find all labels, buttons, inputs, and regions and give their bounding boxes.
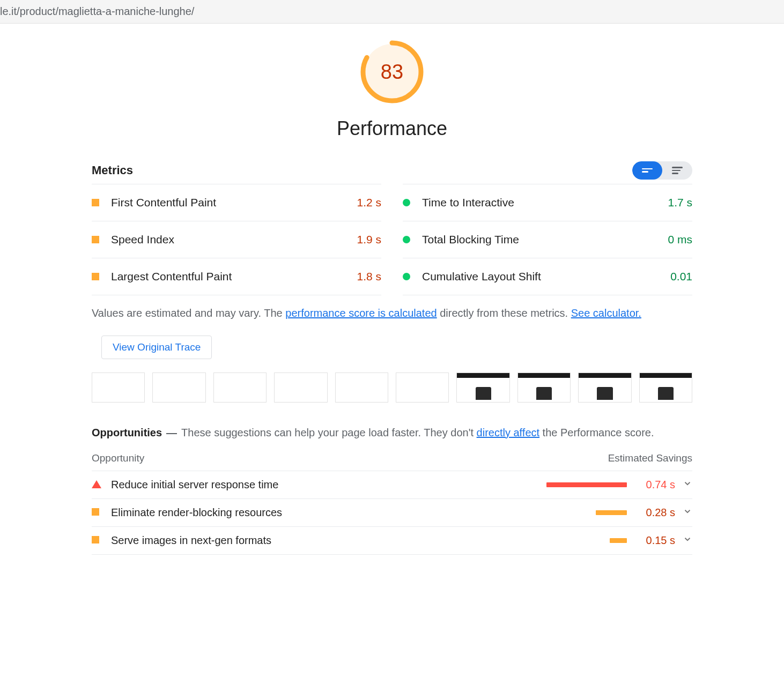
performance-score: 83 (360, 40, 424, 104)
metric-row[interactable]: Largest Contentful Paint1.8 s (92, 258, 381, 295)
savings-col-header: Estimated Savings (608, 452, 692, 464)
opportunity-row[interactable]: Serve images in next-gen formats0.15 s (92, 526, 692, 555)
opportunity-name: Serve images in next-gen formats (111, 534, 487, 547)
metric-name: Cumulative Layout Shift (422, 270, 670, 283)
filmstrip-frame[interactable] (456, 373, 509, 403)
filmstrip-frame[interactable] (213, 373, 267, 403)
filmstrip-frame[interactable] (639, 373, 692, 403)
score-calc-link[interactable]: performance score is calculated (285, 307, 437, 319)
metric-name: First Contentful Paint (111, 196, 357, 209)
view-expanded-button[interactable] (662, 161, 692, 180)
square-icon (92, 536, 100, 545)
opportunities-heading: Opportunities—These suggestions can help… (92, 427, 692, 439)
metric-name: Largest Contentful Paint (111, 270, 357, 283)
metric-value: 1.7 s (668, 196, 692, 209)
estimate-note: Values are estimated and may vary. The p… (92, 307, 692, 319)
url-bar: le.it/product/maglietta-a-maniche-lunghe… (0, 0, 784, 24)
filmstrip-frame[interactable] (335, 373, 388, 403)
metric-value: 1.9 s (357, 233, 381, 246)
calculator-link[interactable]: See calculator. (571, 307, 641, 319)
view-compact-button[interactable] (632, 161, 662, 180)
filmstrip-frame[interactable] (517, 373, 571, 403)
opportunity-name: Eliminate render-blocking resources (111, 507, 487, 519)
filmstrip-frame[interactable] (274, 373, 327, 403)
filmstrip-frame[interactable] (92, 373, 145, 403)
chevron-down-icon[interactable] (683, 534, 692, 546)
opportunity-row[interactable]: Reduce initial server response time0.74 … (92, 471, 692, 498)
chevron-down-icon[interactable] (683, 479, 692, 490)
metric-value: 0.01 (670, 270, 692, 283)
savings-value: 0.28 s (637, 507, 675, 519)
filmstrip (92, 373, 692, 403)
metric-row[interactable]: Total Blocking Time0 ms (403, 221, 692, 258)
filmstrip-frame[interactable] (152, 373, 205, 403)
metric-row[interactable]: Speed Index1.9 s (92, 221, 381, 258)
savings-bar (487, 510, 627, 515)
savings-value: 0.74 s (637, 479, 675, 491)
chevron-down-icon[interactable] (683, 507, 692, 518)
metrics-heading: Metrics (92, 163, 133, 177)
savings-bar (487, 538, 627, 543)
square-icon (92, 273, 99, 280)
metric-name: Total Blocking Time (422, 233, 668, 246)
triangle-icon (92, 480, 100, 489)
square-icon (92, 199, 99, 206)
view-toggle (632, 161, 692, 180)
directly-affect-link[interactable]: directly affect (477, 427, 539, 438)
metric-name: Speed Index (111, 233, 357, 246)
opportunity-row[interactable]: Eliminate render-blocking resources0.28 … (92, 498, 692, 526)
filmstrip-frame[interactable] (396, 373, 449, 403)
circle-icon (403, 273, 410, 280)
square-icon (92, 508, 100, 517)
performance-title: Performance (337, 117, 447, 140)
savings-value: 0.15 s (637, 534, 675, 547)
opportunity-col-header: Opportunity (92, 452, 144, 464)
view-trace-button[interactable]: View Original Trace (101, 336, 212, 359)
metric-value: 0 ms (668, 233, 692, 246)
metric-row[interactable]: Cumulative Layout Shift0.01 (403, 258, 692, 295)
metric-value: 1.2 s (357, 196, 381, 209)
square-icon (92, 236, 99, 243)
metric-row[interactable]: First Contentful Paint1.2 s (92, 184, 381, 221)
circle-icon (403, 236, 410, 243)
metric-row[interactable]: Time to Interactive1.7 s (403, 184, 692, 221)
metric-value: 1.8 s (357, 270, 381, 283)
filmstrip-frame[interactable] (578, 373, 631, 403)
savings-bar (487, 482, 627, 487)
metric-name: Time to Interactive (422, 196, 668, 209)
opportunity-name: Reduce initial server response time (111, 479, 487, 491)
circle-icon (403, 199, 410, 206)
performance-gauge: 83 (360, 40, 424, 104)
